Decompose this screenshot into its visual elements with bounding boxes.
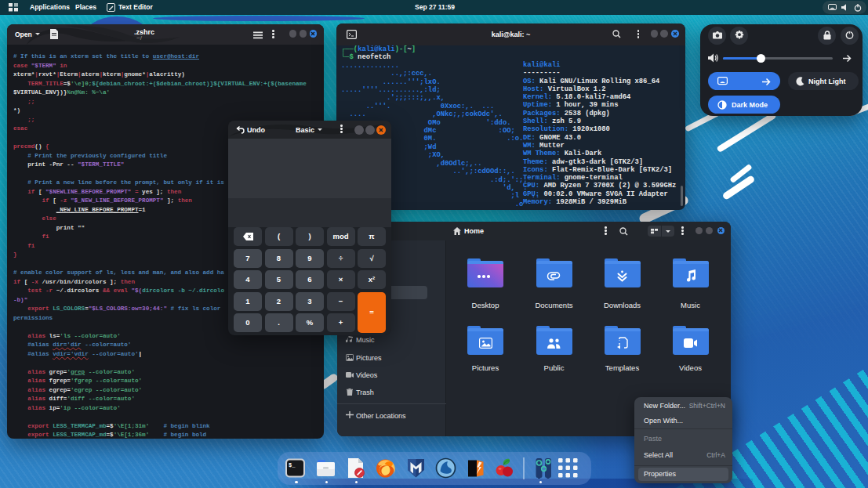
svg-text:$_: $_ bbox=[289, 462, 296, 468]
